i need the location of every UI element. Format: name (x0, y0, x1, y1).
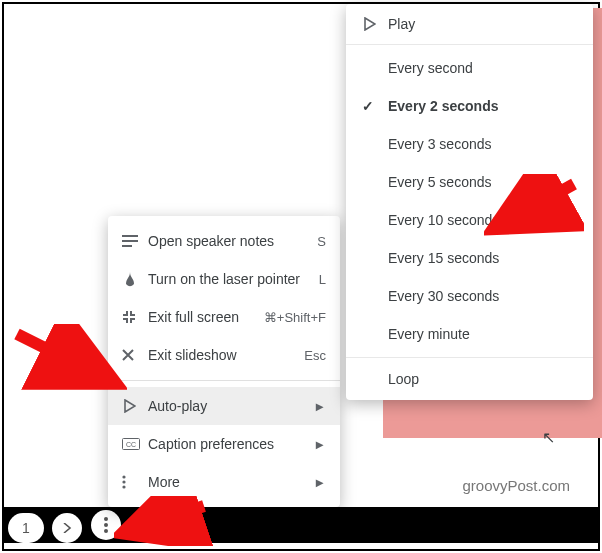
slideshow-options-menu: Open speaker notes S Turn on the laser p… (108, 216, 340, 507)
shortcut: Esc (304, 348, 326, 363)
menu-item-exit-slideshow[interactable]: Exit slideshow Esc (108, 336, 340, 374)
mouse-cursor: ↖ (542, 428, 555, 447)
menu-item-captions[interactable]: CC Caption preferences ► (108, 425, 340, 463)
menu-item-more[interactable]: More ► (108, 463, 340, 501)
interval-option[interactable]: Every 3 seconds (346, 125, 593, 163)
interval-option[interactable]: Every 15 seconds (346, 239, 593, 277)
slideshow-toolbar: 1 (4, 507, 598, 543)
interval-option[interactable]: Every second (346, 49, 593, 87)
menu-item-play[interactable]: Play (346, 4, 593, 44)
svg-point-0 (104, 517, 108, 521)
interval-option[interactable]: Every 10 seconds (346, 201, 593, 239)
svg-point-7 (122, 485, 125, 488)
cc-icon: CC (122, 438, 148, 450)
menu-label: Exit full screen (148, 309, 264, 325)
kebab-icon (104, 517, 108, 533)
kebab-icon (122, 475, 148, 489)
menu-label: Caption preferences (148, 436, 313, 452)
shortcut: S (317, 234, 326, 249)
separator (108, 380, 340, 381)
option-label: Every 5 seconds (388, 174, 492, 190)
submenu-arrow-icon: ► (313, 437, 326, 452)
interval-options: Every second✓Every 2 secondsEvery 3 seco… (346, 44, 593, 358)
option-label: Every second (388, 60, 473, 76)
svg-point-2 (104, 529, 108, 533)
shortcut: ⌘+Shift+F (264, 310, 326, 325)
option-label: Every 15 seconds (388, 250, 499, 266)
menu-label: Auto-play (148, 398, 313, 414)
submenu-arrow-icon: ► (313, 475, 326, 490)
check-icon: ✓ (362, 98, 388, 114)
menu-label: More (148, 474, 313, 490)
exit-fullscreen-icon (122, 310, 148, 324)
interval-option[interactable]: ✓Every 2 seconds (346, 87, 593, 125)
menu-item-loop[interactable]: Loop (346, 358, 593, 400)
svg-point-5 (122, 475, 125, 478)
submenu-arrow-icon: ► (313, 399, 326, 414)
menu-label: Play (388, 16, 415, 32)
shortcut: L (319, 272, 326, 287)
svg-point-1 (104, 523, 108, 527)
menu-item-laser-pointer[interactable]: Turn on the laser pointer L (108, 260, 340, 298)
notes-icon (122, 235, 148, 247)
next-slide-button[interactable] (52, 513, 82, 543)
option-label: Every 2 seconds (388, 98, 499, 114)
interval-option[interactable]: Every minute (346, 315, 593, 353)
menu-item-speaker-notes[interactable]: Open speaker notes S (108, 222, 340, 260)
laser-icon (122, 271, 148, 287)
option-label: Every 3 seconds (388, 136, 492, 152)
close-icon (122, 349, 148, 361)
interval-option[interactable]: Every 30 seconds (346, 277, 593, 315)
more-options-button[interactable] (91, 510, 121, 540)
menu-item-exit-fullscreen[interactable]: Exit full screen ⌘+Shift+F (108, 298, 340, 336)
svg-point-6 (122, 480, 125, 483)
screenshot-frame: Simpl By Y groovyPost.com 1 Open speaker… (2, 2, 600, 551)
option-label: Every 10 seconds (388, 212, 499, 228)
menu-label: Open speaker notes (148, 233, 317, 249)
menu-item-autoplay[interactable]: Auto-play ► (108, 387, 340, 425)
autoplay-submenu: Play Every second✓Every 2 secondsEvery 3… (346, 4, 593, 400)
option-label: Every 30 seconds (388, 288, 499, 304)
option-label: Every minute (388, 326, 470, 342)
menu-label: Exit slideshow (148, 347, 304, 363)
svg-text:CC: CC (126, 441, 136, 448)
play-icon (362, 17, 388, 31)
chevron-right-icon (62, 523, 72, 533)
interval-option[interactable]: Every 5 seconds (346, 163, 593, 201)
menu-label: Turn on the laser pointer (148, 271, 319, 287)
play-icon (122, 399, 148, 413)
page-number-chip[interactable]: 1 (8, 513, 44, 543)
menu-label: Loop (388, 371, 419, 387)
watermark: groovyPost.com (462, 477, 570, 494)
